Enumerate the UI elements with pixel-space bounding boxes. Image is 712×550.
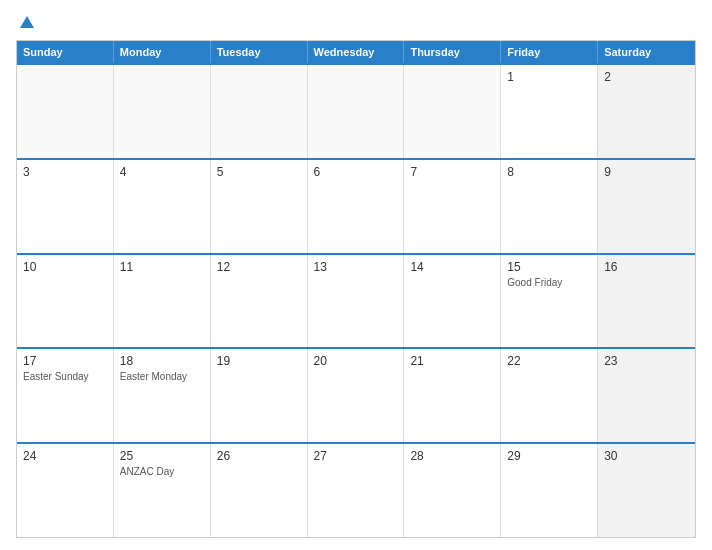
calendar-cell: 17Easter Sunday: [17, 349, 114, 442]
page: SundayMondayTuesdayWednesdayThursdayFrid…: [0, 0, 712, 550]
day-number: 20: [314, 354, 398, 368]
calendar-cell: [308, 65, 405, 158]
day-number: 8: [507, 165, 591, 179]
calendar-cell: 26: [211, 444, 308, 537]
day-number: 27: [314, 449, 398, 463]
day-header-tuesday: Tuesday: [211, 41, 308, 63]
day-number: 15: [507, 260, 591, 274]
day-number: 12: [217, 260, 301, 274]
header: [16, 16, 696, 28]
holiday-label: ANZAC Day: [120, 465, 204, 478]
calendar-cell: [17, 65, 114, 158]
calendar-cell: 5: [211, 160, 308, 253]
week-row-4: 2425ANZAC Day2627282930: [17, 442, 695, 537]
calendar-cell: 27: [308, 444, 405, 537]
calendar-cell: 16: [598, 255, 695, 348]
day-number: 16: [604, 260, 689, 274]
calendar-cell: 13: [308, 255, 405, 348]
calendar-cell: 23: [598, 349, 695, 442]
weeks: 123456789101112131415Good Friday1617East…: [17, 63, 695, 537]
holiday-label: Easter Monday: [120, 370, 204, 383]
day-header-thursday: Thursday: [404, 41, 501, 63]
calendar-cell: 4: [114, 160, 211, 253]
calendar-cell: 2: [598, 65, 695, 158]
day-header-monday: Monday: [114, 41, 211, 63]
calendar-cell: 12: [211, 255, 308, 348]
calendar-cell: [404, 65, 501, 158]
calendar-cell: 20: [308, 349, 405, 442]
calendar: SundayMondayTuesdayWednesdayThursdayFrid…: [16, 40, 696, 538]
calendar-cell: 10: [17, 255, 114, 348]
day-number: 1: [507, 70, 591, 84]
day-headers: SundayMondayTuesdayWednesdayThursdayFrid…: [17, 41, 695, 63]
day-header-sunday: Sunday: [17, 41, 114, 63]
day-number: 19: [217, 354, 301, 368]
calendar-cell: 18Easter Monday: [114, 349, 211, 442]
day-number: 23: [604, 354, 689, 368]
calendar-cell: 21: [404, 349, 501, 442]
logo-blue-text: [16, 16, 34, 28]
calendar-cell: 30: [598, 444, 695, 537]
calendar-cell: 1: [501, 65, 598, 158]
calendar-cell: 8: [501, 160, 598, 253]
calendar-cell: 11: [114, 255, 211, 348]
calendar-cell: 14: [404, 255, 501, 348]
day-number: 30: [604, 449, 689, 463]
day-number: 9: [604, 165, 689, 179]
day-number: 24: [23, 449, 107, 463]
calendar-cell: 25ANZAC Day: [114, 444, 211, 537]
calendar-cell: 7: [404, 160, 501, 253]
day-number: 5: [217, 165, 301, 179]
calendar-cell: [114, 65, 211, 158]
day-number: 18: [120, 354, 204, 368]
logo: [16, 16, 34, 28]
day-number: 22: [507, 354, 591, 368]
week-row-2: 101112131415Good Friday16: [17, 253, 695, 348]
day-header-saturday: Saturday: [598, 41, 695, 63]
day-header-wednesday: Wednesday: [308, 41, 405, 63]
week-row-3: 17Easter Sunday18Easter Monday1920212223: [17, 347, 695, 442]
week-row-0: 12: [17, 63, 695, 158]
calendar-cell: [211, 65, 308, 158]
calendar-cell: 29: [501, 444, 598, 537]
day-number: 14: [410, 260, 494, 274]
calendar-cell: 6: [308, 160, 405, 253]
day-number: 7: [410, 165, 494, 179]
day-number: 21: [410, 354, 494, 368]
day-number: 29: [507, 449, 591, 463]
day-number: 11: [120, 260, 204, 274]
day-number: 17: [23, 354, 107, 368]
holiday-label: Easter Sunday: [23, 370, 107, 383]
calendar-cell: 9: [598, 160, 695, 253]
calendar-cell: 3: [17, 160, 114, 253]
day-number: 10: [23, 260, 107, 274]
day-number: 3: [23, 165, 107, 179]
day-header-friday: Friday: [501, 41, 598, 63]
day-number: 4: [120, 165, 204, 179]
calendar-cell: 28: [404, 444, 501, 537]
week-row-1: 3456789: [17, 158, 695, 253]
calendar-cell: 24: [17, 444, 114, 537]
holiday-label: Good Friday: [507, 276, 591, 289]
calendar-cell: 19: [211, 349, 308, 442]
calendar-cell: 15Good Friday: [501, 255, 598, 348]
logo-triangle-icon: [20, 16, 34, 28]
calendar-cell: 22: [501, 349, 598, 442]
day-number: 6: [314, 165, 398, 179]
day-number: 28: [410, 449, 494, 463]
day-number: 26: [217, 449, 301, 463]
day-number: 25: [120, 449, 204, 463]
day-number: 13: [314, 260, 398, 274]
day-number: 2: [604, 70, 689, 84]
